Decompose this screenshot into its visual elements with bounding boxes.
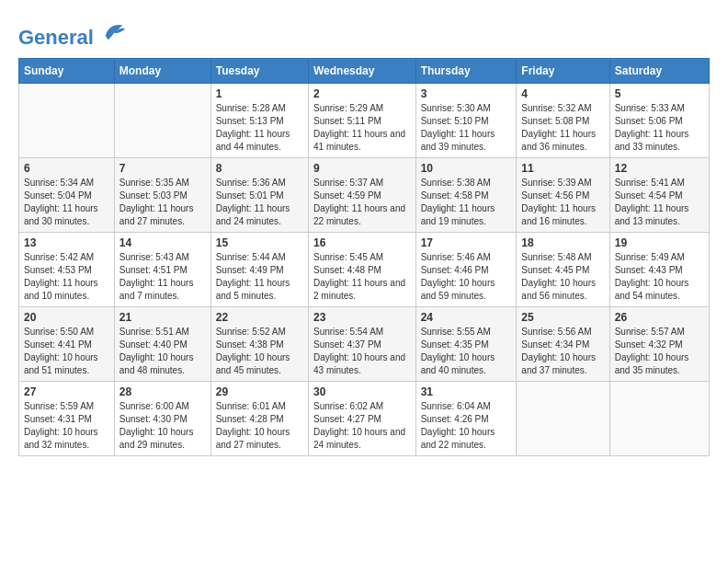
calendar-body: 1Sunrise: 5:28 AM Sunset: 5:13 PM Daylig…	[19, 84, 710, 456]
day-number: 13	[24, 236, 109, 249]
day-number: 30	[313, 385, 411, 398]
day-detail: Sunrise: 5:39 AM Sunset: 4:56 PM Dayligh…	[521, 177, 604, 228]
day-detail: Sunrise: 5:52 AM Sunset: 4:38 PM Dayligh…	[216, 326, 303, 377]
calendar-cell: 15Sunrise: 5:44 AM Sunset: 4:49 PM Dayli…	[210, 233, 308, 307]
day-detail: Sunrise: 5:37 AM Sunset: 4:59 PM Dayligh…	[313, 177, 411, 228]
day-detail: Sunrise: 5:41 AM Sunset: 4:54 PM Dayligh…	[615, 177, 704, 228]
day-number: 1	[216, 87, 303, 100]
col-header-wednesday: Wednesday	[308, 59, 415, 84]
day-detail: Sunrise: 5:55 AM Sunset: 4:35 PM Dayligh…	[421, 326, 512, 377]
calendar-cell: 30Sunrise: 6:02 AM Sunset: 4:27 PM Dayli…	[308, 382, 415, 456]
calendar-cell: 17Sunrise: 5:46 AM Sunset: 4:46 PM Dayli…	[415, 233, 517, 307]
logo: General	[18, 18, 127, 49]
calendar-cell: 21Sunrise: 5:51 AM Sunset: 4:40 PM Dayli…	[114, 307, 210, 382]
day-detail: Sunrise: 6:01 AM Sunset: 4:28 PM Dayligh…	[216, 400, 303, 452]
day-number: 29	[216, 385, 303, 398]
day-number: 10	[421, 162, 512, 175]
calendar-cell: 10Sunrise: 5:38 AM Sunset: 4:58 PM Dayli…	[415, 158, 517, 233]
day-number: 8	[216, 162, 303, 175]
page-header: General	[18, 18, 710, 49]
day-detail: Sunrise: 5:28 AM Sunset: 5:13 PM Dayligh…	[216, 102, 303, 154]
day-detail: Sunrise: 5:48 AM Sunset: 4:45 PM Dayligh…	[521, 251, 604, 303]
calendar-cell	[19, 84, 115, 158]
calendar-week-1: 1Sunrise: 5:28 AM Sunset: 5:13 PM Daylig…	[19, 84, 710, 158]
day-number: 2	[313, 87, 411, 100]
day-number: 7	[119, 162, 206, 175]
day-number: 19	[615, 236, 704, 249]
calendar-week-3: 13Sunrise: 5:42 AM Sunset: 4:53 PM Dayli…	[19, 233, 710, 307]
calendar-cell: 8Sunrise: 5:36 AM Sunset: 5:01 PM Daylig…	[210, 158, 308, 233]
day-detail: Sunrise: 5:33 AM Sunset: 5:06 PM Dayligh…	[615, 102, 704, 154]
calendar-cell: 11Sunrise: 5:39 AM Sunset: 4:56 PM Dayli…	[517, 158, 609, 233]
calendar-cell: 6Sunrise: 5:34 AM Sunset: 5:04 PM Daylig…	[19, 158, 115, 233]
day-detail: Sunrise: 5:29 AM Sunset: 5:11 PM Dayligh…	[313, 102, 411, 154]
day-number: 12	[615, 162, 704, 175]
calendar-cell: 28Sunrise: 6:00 AM Sunset: 4:30 PM Dayli…	[114, 382, 210, 456]
day-detail: Sunrise: 5:50 AM Sunset: 4:41 PM Dayligh…	[24, 326, 109, 377]
calendar-cell	[517, 382, 609, 456]
calendar-cell: 3Sunrise: 5:30 AM Sunset: 5:10 PM Daylig…	[415, 84, 517, 158]
calendar-cell: 14Sunrise: 5:43 AM Sunset: 4:51 PM Dayli…	[114, 233, 210, 307]
day-number: 31	[421, 385, 512, 398]
day-detail: Sunrise: 6:00 AM Sunset: 4:30 PM Dayligh…	[119, 400, 206, 452]
day-number: 20	[24, 311, 109, 324]
calendar-cell: 26Sunrise: 5:57 AM Sunset: 4:32 PM Dayli…	[609, 307, 709, 382]
day-number: 17	[421, 236, 512, 249]
day-number: 6	[24, 162, 109, 175]
day-detail: Sunrise: 5:44 AM Sunset: 4:49 PM Dayligh…	[216, 251, 303, 303]
day-number: 21	[119, 311, 206, 324]
day-number: 18	[521, 236, 604, 249]
day-number: 9	[313, 162, 411, 175]
day-detail: Sunrise: 5:49 AM Sunset: 4:43 PM Dayligh…	[615, 251, 704, 303]
day-number: 5	[615, 87, 704, 100]
col-header-thursday: Thursday	[415, 59, 517, 84]
day-detail: Sunrise: 5:45 AM Sunset: 4:48 PM Dayligh…	[313, 251, 411, 303]
day-number: 11	[521, 162, 604, 175]
calendar-cell: 7Sunrise: 5:35 AM Sunset: 5:03 PM Daylig…	[114, 158, 210, 233]
day-detail: Sunrise: 5:51 AM Sunset: 4:40 PM Dayligh…	[119, 326, 206, 377]
day-detail: Sunrise: 5:30 AM Sunset: 5:10 PM Dayligh…	[421, 102, 512, 154]
day-detail: Sunrise: 5:54 AM Sunset: 4:37 PM Dayligh…	[313, 326, 411, 377]
col-header-saturday: Saturday	[609, 59, 709, 84]
day-number: 27	[24, 385, 109, 398]
day-detail: Sunrise: 6:04 AM Sunset: 4:26 PM Dayligh…	[421, 400, 512, 452]
calendar-cell: 23Sunrise: 5:54 AM Sunset: 4:37 PM Dayli…	[308, 307, 415, 382]
logo-general: General	[18, 26, 94, 49]
day-number: 25	[521, 311, 604, 324]
day-number: 3	[421, 87, 512, 100]
calendar-cell: 2Sunrise: 5:29 AM Sunset: 5:11 PM Daylig…	[308, 84, 415, 158]
calendar-cell: 19Sunrise: 5:49 AM Sunset: 4:43 PM Dayli…	[609, 233, 709, 307]
calendar-cell: 5Sunrise: 5:33 AM Sunset: 5:06 PM Daylig…	[609, 84, 709, 158]
calendar-week-2: 6Sunrise: 5:34 AM Sunset: 5:04 PM Daylig…	[19, 158, 710, 233]
day-number: 23	[313, 311, 411, 324]
day-detail: Sunrise: 5:38 AM Sunset: 4:58 PM Dayligh…	[421, 177, 512, 228]
calendar-table: SundayMondayTuesdayWednesdayThursdayFrid…	[18, 58, 710, 456]
calendar-cell	[609, 382, 709, 456]
calendar-cell: 25Sunrise: 5:56 AM Sunset: 4:34 PM Dayli…	[517, 307, 609, 382]
calendar-cell	[114, 84, 210, 158]
calendar-week-4: 20Sunrise: 5:50 AM Sunset: 4:41 PM Dayli…	[19, 307, 710, 382]
logo-bird-icon	[101, 18, 127, 44]
calendar-cell: 9Sunrise: 5:37 AM Sunset: 4:59 PM Daylig…	[308, 158, 415, 233]
day-detail: Sunrise: 5:56 AM Sunset: 4:34 PM Dayligh…	[521, 326, 604, 377]
calendar-cell: 12Sunrise: 5:41 AM Sunset: 4:54 PM Dayli…	[609, 158, 709, 233]
calendar-cell: 13Sunrise: 5:42 AM Sunset: 4:53 PM Dayli…	[19, 233, 115, 307]
calendar-cell: 18Sunrise: 5:48 AM Sunset: 4:45 PM Dayli…	[517, 233, 609, 307]
day-detail: Sunrise: 5:34 AM Sunset: 5:04 PM Dayligh…	[24, 177, 109, 228]
col-header-monday: Monday	[114, 59, 210, 84]
calendar-cell: 27Sunrise: 5:59 AM Sunset: 4:31 PM Dayli…	[19, 382, 115, 456]
day-number: 24	[421, 311, 512, 324]
calendar-cell: 1Sunrise: 5:28 AM Sunset: 5:13 PM Daylig…	[210, 84, 308, 158]
day-number: 22	[216, 311, 303, 324]
day-detail: Sunrise: 5:35 AM Sunset: 5:03 PM Dayligh…	[119, 177, 206, 228]
day-detail: Sunrise: 5:46 AM Sunset: 4:46 PM Dayligh…	[421, 251, 512, 303]
day-number: 14	[119, 236, 206, 249]
col-header-sunday: Sunday	[19, 59, 115, 84]
calendar-cell: 4Sunrise: 5:32 AM Sunset: 5:08 PM Daylig…	[517, 84, 609, 158]
col-header-friday: Friday	[517, 59, 609, 84]
day-number: 16	[313, 236, 411, 249]
col-header-tuesday: Tuesday	[210, 59, 308, 84]
calendar-cell: 24Sunrise: 5:55 AM Sunset: 4:35 PM Dayli…	[415, 307, 517, 382]
calendar-cell: 20Sunrise: 5:50 AM Sunset: 4:41 PM Dayli…	[19, 307, 115, 382]
calendar-cell: 31Sunrise: 6:04 AM Sunset: 4:26 PM Dayli…	[415, 382, 517, 456]
